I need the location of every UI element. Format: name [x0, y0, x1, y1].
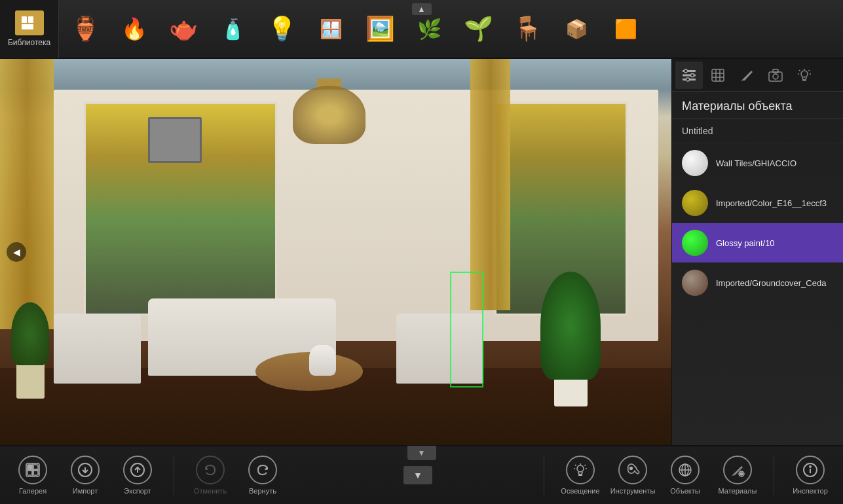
top-item-picture[interactable]: 🖼️ [360, 9, 400, 48]
panel-title: Материалы объекта [672, 92, 843, 119]
top-item-fireplace[interactable]: 🔥 [115, 9, 154, 48]
import-button[interactable]: Импорт [59, 449, 111, 501]
material-item-wall-tiles[interactable]: Wall Tiles/GHIACCIO [672, 143, 843, 183]
inspector-icon [796, 456, 825, 484]
objects-button[interactable]: Объекты [659, 449, 711, 501]
curtain-icon: 🪟 [311, 9, 350, 48]
materials-list: Wall Tiles/GHIACCIO Imported/Color_E16__… [672, 143, 843, 445]
objects-label: Объекты [670, 487, 700, 495]
bottom-group-inspector: Инспектор [777, 449, 843, 501]
plant-right-big [537, 272, 605, 407]
table2-icon: 🟧 [606, 9, 645, 48]
material-label-glossy-paint: Glossy paint/10 [716, 238, 833, 248]
panel-tool-brush[interactable] [733, 62, 760, 89]
armchair-left [54, 314, 141, 383]
export-button[interactable]: Экспорт [111, 449, 164, 501]
svg-rect-28 [33, 465, 38, 469]
svg-point-8 [686, 78, 690, 81]
expand-arrow[interactable]: ▼ [403, 466, 432, 484]
gallery-icon [18, 456, 47, 484]
objects-icon [671, 456, 700, 484]
main-content: ◀ [0, 59, 843, 445]
library-label: Библиотека [8, 38, 50, 47]
svg-rect-29 [28, 471, 32, 475]
panel-tool-layers[interactable] [704, 62, 732, 89]
panel-tool-settings[interactable] [675, 62, 703, 89]
export-icon [123, 456, 152, 484]
artwork-frame [148, 117, 202, 164]
viewport-nav-left[interactable]: ◀ [7, 242, 26, 262]
shelf-icon: 📦 [557, 9, 596, 48]
lighting-button[interactable]: Освещение [554, 449, 607, 501]
undo-label: Отменить [194, 487, 227, 495]
top-scroll-up[interactable]: ▲ [412, 3, 432, 15]
plant1-icon: 🌿 [409, 9, 449, 48]
tools-label: Инструменты [610, 487, 656, 495]
top-item-table2[interactable]: 🟧 [606, 9, 645, 48]
divider-3 [774, 456, 774, 495]
export-label: Экспорт [124, 487, 151, 495]
svg-rect-27 [28, 465, 32, 469]
materials-button[interactable]: Материалы [711, 449, 764, 501]
svg-point-7 [691, 73, 694, 77]
top-item-table1[interactable]: 🪑 [508, 9, 547, 48]
redo-button[interactable]: Вернуть [236, 449, 289, 501]
redo-label: Вернуть [249, 487, 276, 495]
library-icon [15, 10, 44, 35]
tools-button[interactable]: Инструменты [607, 449, 659, 501]
svg-point-47 [810, 466, 811, 467]
jug-icon: 🧴 [213, 9, 252, 48]
panel-tool-camera[interactable] [762, 62, 789, 89]
top-item-vase[interactable]: 🏺 [66, 9, 105, 48]
svg-rect-1 [28, 16, 33, 23]
lamp-icon: 💡 [262, 9, 301, 48]
library-button[interactable]: Библиотека [0, 0, 59, 58]
selection-indicator [450, 272, 483, 387]
panel-toolbar [672, 59, 843, 92]
lighting-label: Освещение [561, 487, 599, 495]
object-name: Untitled [672, 119, 843, 143]
tools-icon [618, 456, 647, 484]
svg-rect-16 [773, 69, 778, 73]
svg-rect-30 [33, 471, 38, 475]
bottom-scroll-arrow[interactable]: ▼ [407, 446, 436, 460]
top-item-plant1[interactable]: 🌿 [409, 9, 449, 48]
bottom-group-history: Отменить Вернуть [178, 449, 295, 501]
bottom-center-expand[interactable]: ▼ [295, 466, 540, 484]
fireplace-icon: 🔥 [115, 9, 154, 48]
svg-rect-9 [712, 69, 724, 81]
divider-2 [544, 456, 544, 495]
viewport-3d[interactable]: ◀ [0, 59, 671, 445]
undo-button[interactable]: Отменить [184, 449, 236, 501]
material-item-groundcover[interactable]: Imported/Groundcover_Ceda [672, 263, 843, 303]
material-item-glossy-paint[interactable]: Glossy paint/10 [672, 223, 843, 263]
material-label-imported-color: Imported/Color_E16__1eccf3 [716, 198, 833, 208]
materials-icon [723, 456, 752, 484]
svg-point-40 [630, 467, 633, 470]
plant2-icon: 🌱 [459, 9, 498, 48]
svg-rect-0 [22, 16, 27, 23]
material-label-groundcover: Imported/Groundcover_Ceda [716, 278, 833, 288]
inspector-button[interactable]: Инспектор [784, 449, 836, 501]
vase-on-table [309, 345, 336, 376]
top-item-teapot[interactable]: 🫖 [164, 9, 203, 48]
divider-1 [174, 456, 174, 495]
materials-label: Материалы [719, 487, 757, 495]
panel-tool-light[interactable] [791, 62, 818, 89]
gallery-button[interactable]: Галерея [7, 449, 59, 501]
material-item-imported-color[interactable]: Imported/Color_E16__1eccf3 [672, 183, 843, 223]
svg-line-36 [575, 465, 576, 466]
room-scene [0, 59, 671, 445]
curtain-left [0, 59, 54, 329]
top-item-lamp[interactable]: 💡 [262, 9, 301, 48]
vase-icon: 🏺 [66, 9, 105, 48]
top-item-plant2[interactable]: 🌱 [459, 9, 498, 48]
top-item-jug[interactable]: 🧴 [213, 9, 252, 48]
top-item-curtain[interactable]: 🪟 [311, 9, 350, 48]
top-item-shelf[interactable]: 📦 [557, 9, 596, 48]
right-panel: Материалы объекта Untitled Wall Tiles/GH… [671, 59, 843, 445]
gallery-label: Галерея [19, 487, 47, 495]
plant-left [7, 302, 54, 399]
svg-point-15 [773, 74, 778, 79]
svg-point-6 [684, 69, 688, 73]
